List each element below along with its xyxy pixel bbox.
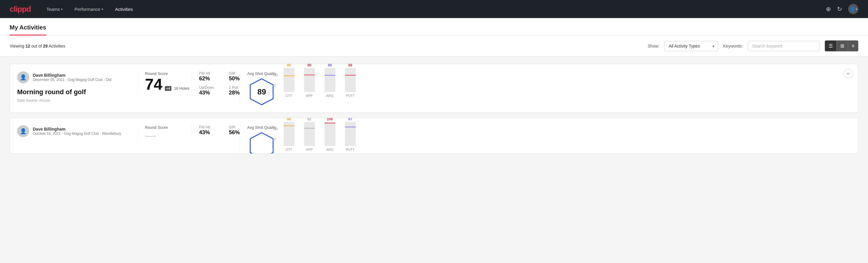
refresh-icon[interactable]: ↻ [837, 5, 842, 12]
bar-val-app-1: 82 [307, 118, 311, 121]
bar-fill-app-0 [304, 75, 315, 92]
logo[interactable]: clippd [10, 4, 31, 14]
activity-card-0: 👤 Dave Billingham December 05, 2021 - Go… [10, 64, 858, 113]
avatar-icon: 👤 [850, 6, 856, 12]
bar-axis-arg-0: ARG [326, 94, 334, 97]
bar-val-app-0: 90 [307, 63, 311, 67]
view-list-detail-button[interactable]: ≡ [848, 40, 858, 51]
stats-section-0: Round Score 74 +4 18 Holes [137, 71, 192, 94]
bar-val-arg-1: 106 [327, 118, 333, 121]
bar-fill-putt-1 [345, 127, 356, 146]
page-title: My Activities [10, 18, 46, 35]
hexagon-0: 89 [250, 78, 274, 105]
nav-activities-label: Activities [115, 7, 133, 12]
stat-score-1: — [145, 130, 156, 141]
y-label-0: 0 [273, 94, 278, 97]
gir-val-0: 50% [229, 76, 240, 82]
edit-button-0[interactable]: ✏ [844, 69, 853, 79]
gir-item-0: GIR 50% [229, 71, 240, 82]
y-axis-1: 100 50 0 [273, 127, 278, 151]
fwgir-row-bot-0: Up/Down 43% 1 Putt 28% [199, 85, 240, 96]
search-input[interactable] [748, 41, 820, 51]
stat-score-0: 74 [145, 77, 162, 92]
activity-type-select[interactable]: All Activity Types [664, 41, 718, 51]
fw-hit-label-0: FW Hit [199, 71, 210, 76]
bar-chart-inner-0: 100 50 0 85 OTT [284, 74, 851, 104]
fwgir-row-top-0: FW Hit 62% GIR 50% [199, 71, 240, 82]
bar-val-putt-1: 87 [348, 118, 352, 121]
avatar-chevron: ▾ [856, 7, 857, 11]
round-score-label-0: Round Score [145, 71, 192, 76]
hexagon-container-1: Avg Shot Quality [247, 125, 276, 154]
bar-chart-0: 100 50 0 85 OTT [284, 74, 851, 104]
add-icon[interactable]: ⊕ [826, 5, 831, 12]
user-avatar-icon-1: 👤 [20, 128, 27, 135]
bar-line-arg-0 [324, 75, 335, 76]
one-putt-item-0: 1 Putt 28% [229, 85, 240, 96]
fw-hit-item-0: FW Hit 62% [199, 71, 210, 82]
bar-track-app-1 [304, 122, 315, 146]
bar-track-ott-1 [284, 122, 294, 146]
bar-track-putt-1 [345, 122, 356, 146]
bar-track-ott-0 [284, 68, 294, 92]
fw-hit-val-0: 62% [199, 76, 210, 82]
fw-hit-val-1: 43% [199, 129, 210, 136]
updown-label-0: Up/Down [199, 85, 214, 90]
bar-axis-ott-0: OTT [286, 94, 292, 97]
stat-score-row-1: — [145, 130, 192, 141]
hexagon-1 [250, 132, 274, 154]
updown-val-0: 43% [199, 90, 214, 96]
bar-track-putt-0 [345, 68, 356, 92]
gir-item-1: GIR 56% [229, 125, 240, 136]
avg-shot-quality-label-1: Avg Shot Quality [247, 125, 276, 130]
bar-axis-ott-1: OTT [286, 148, 292, 151]
nav-performance-label: Performance [74, 7, 100, 12]
bar-line-app-0 [304, 75, 315, 75]
bar-col-app-1: 82 APP [304, 118, 315, 151]
y-label-50: 50 [273, 84, 278, 87]
gir-val-1: 56% [229, 129, 240, 136]
activity-type-wrapper: All Activity Types [664, 41, 718, 51]
nav-teams[interactable]: Teams ▾ [45, 4, 64, 14]
bar-fill-ott-0 [284, 76, 294, 92]
bar-axis-arg-1: ARG [326, 148, 334, 151]
nav-performance[interactable]: Performance ▾ [73, 4, 104, 14]
nav-activities[interactable]: Activities [114, 4, 134, 14]
bar-chart-inner-1: 100 50 0 94 OTT 82 [284, 127, 851, 154]
navbar-right: ⊕ ↻ 👤 ▾ [826, 4, 858, 14]
viewing-count: 12 [26, 43, 30, 49]
user-avatar-icon-0: 👤 [20, 74, 27, 81]
activity-card-1: 👤 Dave Billingham October 16, 2021 - Gog… [10, 118, 858, 154]
activities-content: 👤 Dave Billingham December 05, 2021 - Go… [0, 57, 868, 161]
bar-col-ott-0: 85 OTT [284, 63, 294, 97]
bar-axis-putt-1: PUTT [346, 148, 354, 151]
one-putt-val-0: 28% [229, 90, 240, 96]
bar-fill-arg-0 [324, 75, 335, 92]
updown-item-0: Up/Down 43% [199, 85, 214, 96]
list-dense-icon: ☰ [829, 43, 833, 49]
user-avatar[interactable]: 👤 ▾ [848, 4, 858, 14]
y-label-100: 100 [273, 74, 278, 77]
hexagon-container-0: Avg Shot Quality 89 [247, 71, 276, 105]
bar-val-putt-0: 89 [348, 63, 352, 67]
viewing-mid: out of [30, 43, 43, 49]
y-label-0-1: 0 [273, 148, 278, 151]
view-list-dense-button[interactable]: ☰ [825, 40, 837, 51]
bar-val-ott-1: 94 [287, 118, 291, 121]
bar-track-arg-1 [324, 122, 335, 146]
view-grid-button[interactable]: ⊞ [837, 40, 848, 51]
bar-track-app-0 [304, 68, 315, 92]
svg-marker-1 [250, 133, 273, 154]
keywords-label: Keywords: [723, 43, 743, 49]
quality-section-1: Avg Shot Quality 100 50 0 94 [240, 125, 851, 154]
bar-axis-app-0: APP [306, 94, 313, 97]
fwgir-row-top-1: FW Hit 43% GIR 56% [199, 125, 240, 136]
bar-line-ott-0 [284, 76, 294, 76]
user-avatar-1: 👤 [17, 125, 29, 137]
bar-line-app-1 [304, 128, 315, 128]
stats-section-1: Round Score — [137, 125, 192, 144]
bar-col-ott-1: 94 OTT [284, 118, 294, 151]
user-name-1: Dave Billingham [33, 127, 121, 132]
avg-shot-quality-label-0: Avg Shot Quality [247, 71, 276, 76]
quality-section-0: Avg Shot Quality 89 100 50 0 [240, 71, 851, 105]
